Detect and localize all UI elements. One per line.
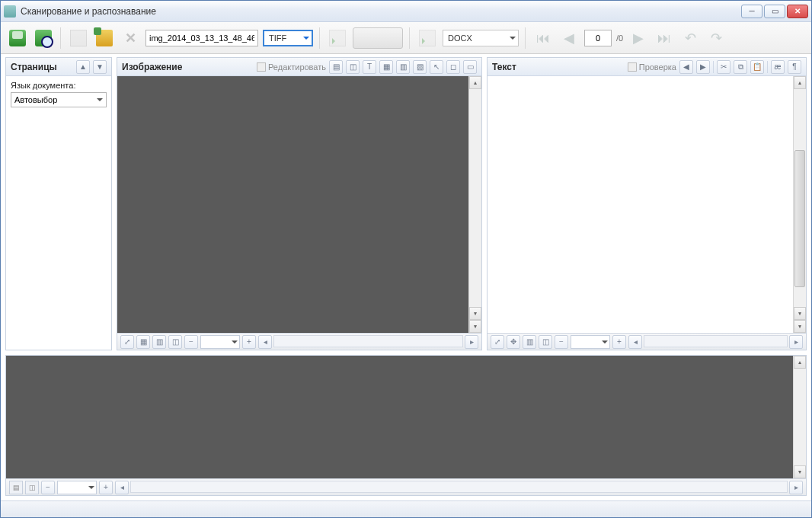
view-tab-2[interactable]: ◫ xyxy=(25,481,39,494)
tool-eraser-icon[interactable]: ▭ xyxy=(463,60,477,74)
scanner-icon xyxy=(9,30,26,46)
image-vscroll[interactable]: ▴ ▾ ▾ xyxy=(468,76,481,333)
image-panel-title: Изображение xyxy=(122,62,254,72)
scroll-down-icon[interactable]: ▾ xyxy=(469,307,481,320)
hscroll-left[interactable]: ◂ xyxy=(115,481,129,494)
scroll-bottom-icon[interactable]: ▾ xyxy=(469,320,481,333)
scroll-up-icon[interactable]: ▴ xyxy=(794,356,806,369)
tool-barcode-icon[interactable]: ▧ xyxy=(413,60,427,74)
save-button[interactable] xyxy=(68,27,89,49)
text-viewport[interactable]: ▴ ▾ ▾ xyxy=(488,76,806,333)
hscroll-right[interactable]: ▸ xyxy=(789,481,803,494)
delete-button[interactable]: ✕ xyxy=(120,27,141,49)
chevron-down-icon xyxy=(232,341,238,347)
image-hscroll[interactable] xyxy=(273,335,463,347)
close-button[interactable]: ✕ xyxy=(787,5,808,18)
paste-button[interactable]: 📋 xyxy=(750,60,764,74)
redo-icon: ↷ xyxy=(708,30,724,46)
zoom-select[interactable] xyxy=(57,481,97,494)
main-toolbar: ✕ TIFF DOCX ⏮ ◀ /0 ▶ ⏭ ↶ ↷ xyxy=(1,22,811,54)
scan-button[interactable] xyxy=(7,27,28,49)
redo-button[interactable]: ↷ xyxy=(705,27,727,49)
tool-text-icon[interactable]: T xyxy=(363,60,376,74)
text-panel: Текст Проверка ◀ ▶ ✂ ⧉ 📋 æ ¶ ▴ xyxy=(487,57,807,350)
vscroll-thumb[interactable] xyxy=(794,150,805,287)
layout-grid-button[interactable]: ▦ xyxy=(136,335,150,349)
window-title: Сканирование и распознавание xyxy=(21,6,741,17)
check-button[interactable]: Проверка xyxy=(628,62,676,72)
titlebar: Сканирование и распознавание ─ ▭ ✕ xyxy=(1,1,811,22)
image-viewport[interactable]: ▴ ▾ ▾ xyxy=(117,76,481,333)
zoom-select[interactable] xyxy=(571,335,610,349)
scroll-down-icon[interactable]: ▾ xyxy=(794,465,806,478)
layout-split-h-button[interactable]: ▥ xyxy=(152,335,166,349)
fit-page-button[interactable]: ⤢ xyxy=(491,335,504,349)
maximize-button[interactable]: ▭ xyxy=(764,5,785,18)
move-up-button[interactable]: ▲ xyxy=(76,60,90,74)
special-char-button[interactable]: æ xyxy=(771,60,785,74)
zoom-in-button[interactable]: + xyxy=(99,481,113,494)
open-button[interactable] xyxy=(94,27,115,49)
prev-error-button[interactable]: ◀ xyxy=(679,60,693,74)
text-vscroll[interactable]: ▴ ▾ ▾ xyxy=(793,76,806,333)
show-paragraphs-button[interactable]: ¶ xyxy=(788,60,801,74)
edit-icon xyxy=(257,62,266,72)
zoom-out-button[interactable]: − xyxy=(184,335,198,349)
preview-viewport[interactable]: ▴ ▾ xyxy=(6,356,806,478)
zoom-in-button[interactable]: + xyxy=(242,335,256,349)
layout-split-h-button[interactable]: ▥ xyxy=(523,335,536,349)
tool-picture-icon[interactable]: ▦ xyxy=(379,60,393,74)
zoom-out-button[interactable]: − xyxy=(41,481,55,494)
hscroll-right[interactable]: ▸ xyxy=(789,335,803,349)
tool-page-icon[interactable]: ▤ xyxy=(329,60,343,74)
last-page-button[interactable]: ⏭ xyxy=(654,27,675,49)
doc-language-select[interactable]: Автовыбор xyxy=(11,92,107,107)
scanner-preview-icon xyxy=(35,30,52,46)
next-error-button[interactable]: ▶ xyxy=(696,60,710,74)
zoom-in-button[interactable]: + xyxy=(612,335,626,349)
zoom-out-button[interactable]: − xyxy=(555,335,568,349)
move-down-button[interactable]: ▼ xyxy=(93,60,107,74)
first-page-button[interactable]: ⏮ xyxy=(532,27,554,49)
cut-button[interactable]: ✂ xyxy=(717,60,730,74)
copy-button[interactable]: ⧉ xyxy=(734,60,747,74)
tool-table-icon[interactable]: ▥ xyxy=(396,60,410,74)
page-number-input[interactable] xyxy=(584,30,612,46)
tool-crop-icon[interactable]: ◫ xyxy=(346,60,360,74)
hscroll-left[interactable]: ◂ xyxy=(628,335,642,349)
edit-button[interactable]: Редактировать xyxy=(257,62,326,72)
layout-split-v-button[interactable]: ◫ xyxy=(168,335,182,349)
scroll-down-icon[interactable]: ▾ xyxy=(794,307,806,320)
app-icon xyxy=(4,5,16,18)
preview-hscroll[interactable] xyxy=(130,481,788,493)
fit-page-button[interactable]: ⤢ xyxy=(120,335,134,349)
minimize-button[interactable]: ─ xyxy=(741,5,762,18)
hscroll-left[interactable]: ◂ xyxy=(258,335,272,349)
next-page-button[interactable]: ▶ xyxy=(628,27,649,49)
scroll-bottom-icon[interactable]: ▾ xyxy=(794,320,806,333)
undo-button[interactable]: ↶ xyxy=(679,27,701,49)
export-format-select[interactable]: DOCX xyxy=(443,30,519,46)
text-hscroll[interactable] xyxy=(644,335,788,347)
progress-preview xyxy=(353,27,403,49)
image-format-select[interactable]: TIFF xyxy=(263,30,313,46)
filename-input[interactable] xyxy=(145,30,258,46)
tool-select-icon[interactable]: ◻ xyxy=(446,60,460,74)
prev-page-button[interactable]: ◀ xyxy=(558,27,580,49)
hscroll-right[interactable]: ▸ xyxy=(465,335,478,349)
document-icon xyxy=(70,30,87,46)
move-tool-button[interactable]: ✥ xyxy=(507,335,520,349)
preview-vscroll[interactable]: ▴ ▾ xyxy=(793,356,806,478)
tool-pointer-icon[interactable]: ↖ xyxy=(430,60,443,74)
preview-panel: ▴ ▾ ▤ ◫ − + ◂ ▸ xyxy=(5,355,807,496)
export-button[interactable] xyxy=(417,27,438,49)
scroll-up-icon[interactable]: ▴ xyxy=(469,76,481,89)
zoom-select[interactable] xyxy=(200,335,240,349)
chevron-down-icon xyxy=(510,37,516,43)
scroll-up-icon[interactable]: ▴ xyxy=(794,76,806,89)
recognize-button[interactable] xyxy=(327,27,348,49)
doc-language-label: Язык документа: xyxy=(11,81,107,90)
layout-split-v-button[interactable]: ◫ xyxy=(539,335,552,349)
view-tab-1[interactable]: ▤ xyxy=(9,481,23,494)
scan-preview-button[interactable] xyxy=(33,27,54,49)
